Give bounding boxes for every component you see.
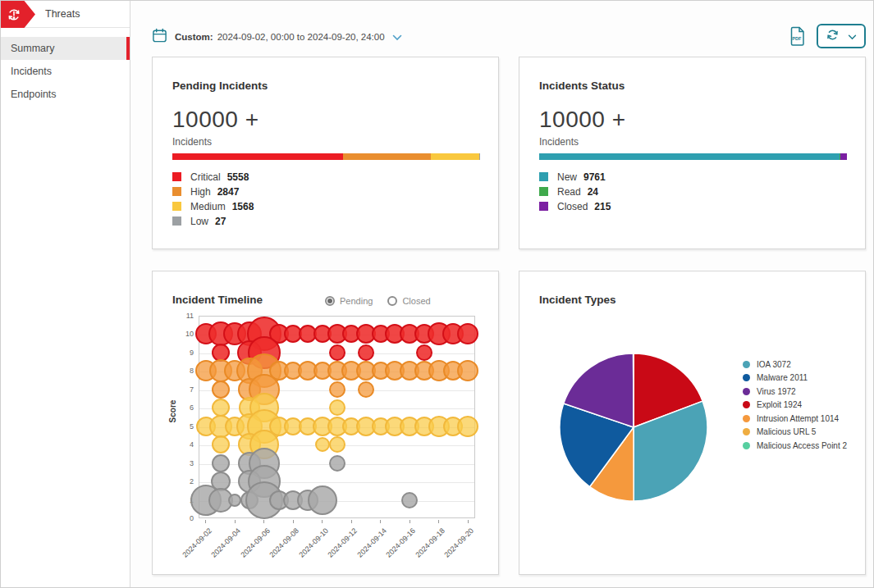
legend-value: 24: [588, 186, 598, 198]
sidebar-item-endpoints[interactable]: Endpoints: [1, 83, 130, 106]
incidents-status-legend: New9761Read24Closed215: [539, 171, 611, 212]
bubble-medium-score6: [329, 399, 345, 416]
legend-label: Malware 2011: [757, 373, 808, 382]
x-tick: [293, 520, 294, 523]
bubble-high-score8: [457, 360, 478, 381]
legend-dot: [743, 401, 750, 408]
refresh-dropdown-chevron-icon[interactable]: [848, 29, 857, 43]
radio-closed[interactable]: Closed: [387, 296, 430, 306]
pdf-icon-label: PDF: [792, 36, 802, 41]
pending-incidents-panel: Pending Incidents 10000 + Incidents Crit…: [152, 57, 499, 249]
sidebar-title: Threats: [45, 1, 80, 28]
calendar-icon: [152, 28, 167, 47]
radio-label: Pending: [340, 296, 373, 306]
sidebar-item-incidents[interactable]: Incidents: [1, 60, 130, 83]
refresh-icon: [826, 28, 840, 45]
legend-label: Critical: [190, 171, 221, 183]
legend-label: High: [190, 186, 211, 198]
y-tick-label: 8: [174, 367, 194, 375]
x-tick: [468, 520, 469, 523]
legend-item-closed: Closed215: [539, 201, 611, 212]
date-type-label: Custom:: [175, 32, 213, 42]
x-tick: [410, 520, 410, 523]
sidebar-header: Threats: [1, 1, 130, 28]
date-range-text: 2024-09-02, 00:00 to 2024-09-20, 24:00: [217, 32, 385, 42]
x-tick: [263, 520, 264, 523]
legend-label: New: [557, 171, 577, 183]
legend-label: Intrusion Attempt 1014: [757, 414, 839, 423]
legend-swatch: [539, 172, 548, 181]
bubble-low-score1: [308, 485, 337, 515]
legend-dot: [743, 428, 750, 435]
incident-types-pie-chart: [558, 352, 709, 503]
radio-circle-icon: [325, 296, 335, 306]
legend-value: 5558: [227, 171, 249, 183]
bubble-critical-score9: [358, 344, 374, 361]
x-tick: [235, 520, 236, 523]
bar-segment-low: [479, 153, 480, 160]
legend-swatch: [172, 202, 181, 211]
incident-timeline-panel: Incident Timeline PendingClosed Score 01…: [152, 271, 499, 575]
legend-swatch: [172, 172, 181, 181]
pie-legend-item-malicious-access-point: Malicious Access Point 2: [743, 441, 847, 450]
chevron-down-icon: [392, 30, 402, 44]
legend-value: 27: [215, 216, 226, 227]
legend-item-read: Read24: [539, 186, 611, 197]
legend-value: 2847: [217, 186, 240, 198]
panel-title: Incident Types: [539, 294, 616, 306]
pending-incidents-count: 10000 +: [172, 107, 259, 133]
pie-legend-item-malicious-url: Malicious URL 5: [743, 428, 847, 437]
incident-types-panel: Incident Types IOA 3072Malware 2011Virus…: [519, 271, 866, 575]
bubble-low-score1: [401, 492, 418, 508]
bar-segment-critical: [172, 153, 343, 160]
y-tick-label: 4: [174, 440, 194, 449]
bubble-high-score7: [329, 381, 345, 398]
panel-title: Incident Timeline: [172, 294, 263, 306]
bar-segment-closed: [840, 153, 847, 160]
bubble-critical-score9: [329, 344, 345, 361]
legend-swatch: [172, 187, 181, 196]
pie-legend-item-intrusion-attempt: Intrusion Attempt 1014: [743, 414, 847, 423]
pie-legend-item-malware: Malware 2011: [743, 374, 847, 383]
threat-alert-icon: [1, 1, 35, 28]
radio-label: Closed: [402, 296, 430, 306]
legend-label: Virus 1972: [757, 387, 796, 396]
bubble-critical-score9: [416, 344, 432, 361]
y-tick-label: 7: [174, 385, 194, 394]
y-tick-label: 5: [174, 422, 194, 431]
legend-value: 1568: [232, 201, 254, 212]
date-range-selector[interactable]: Custom: 2024-09-02, 00:00 to 2024-09-20,…: [152, 28, 402, 46]
export-pdf-button[interactable]: PDF: [789, 26, 807, 49]
incidents-status-bar: [539, 153, 847, 160]
sidebar: Threats Summary Incidents Endpoints: [1, 1, 130, 587]
y-tick-label: 0: [174, 514, 194, 522]
legend-label: Exploit 1924: [757, 400, 802, 409]
pending-severity-bar: [172, 153, 480, 160]
legend-item-medium: Medium1568: [172, 201, 254, 212]
bubble-critical-score10: [457, 323, 478, 344]
refresh-button[interactable]: [817, 24, 866, 48]
legend-swatch: [539, 202, 548, 211]
y-tick-label: 6: [174, 403, 194, 412]
legend-label: Medium: [190, 201, 226, 212]
pending-severity-legend: Critical5558High2847Medium1568Low27: [172, 171, 254, 226]
incident-types-legend: IOA 3072Malware 2011Virus 1972Exploit 19…: [743, 360, 847, 450]
x-tick: [351, 520, 352, 523]
x-tick: [380, 520, 381, 523]
x-tick: [438, 520, 439, 523]
panel-title: Pending Incidents: [172, 80, 268, 92]
legend-swatch: [539, 187, 548, 196]
panel-title: Incidents Status: [539, 80, 625, 92]
legend-label: Malicious URL 5: [757, 427, 816, 436]
bubble-low-score3: [329, 455, 345, 472]
radio-pending[interactable]: Pending: [325, 296, 373, 306]
pie-legend-item-exploit: Exploit 1924: [743, 401, 847, 410]
sidebar-nav: Summary Incidents Endpoints: [1, 28, 130, 106]
sidebar-item-summary[interactable]: Summary: [1, 37, 130, 60]
legend-label: Malicious Access Point 2: [757, 441, 847, 450]
bubble-medium-score4: [329, 436, 345, 453]
legend-item-new: New9761: [539, 171, 611, 182]
bubble-medium-score6: [212, 399, 230, 417]
x-tick: [205, 520, 206, 523]
legend-item-critical: Critical5558: [172, 171, 254, 182]
